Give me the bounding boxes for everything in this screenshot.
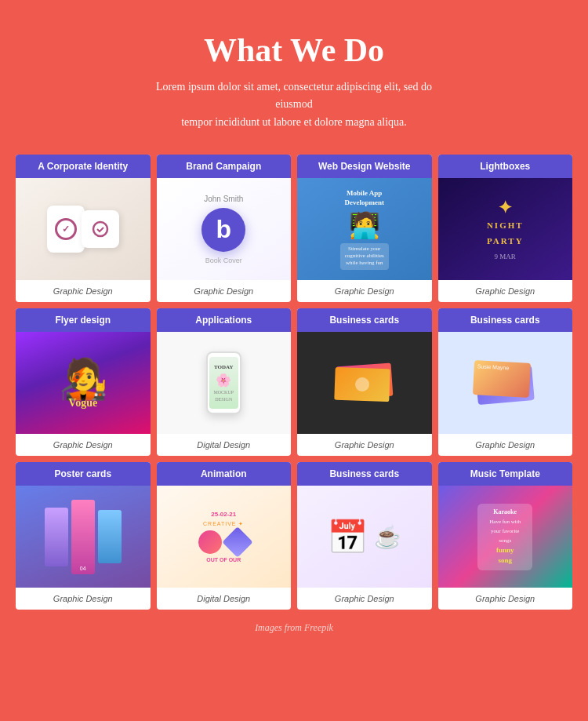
card-image-animation: 25-02-21 CREATIVE ✦ OUT OF OUR [157, 486, 292, 588]
card-webdesign[interactable]: Web Design Website Mobile AppDevelopment… [297, 155, 432, 302]
card-label-lightbox: Graphic Design [438, 280, 573, 302]
card-flyer[interactable]: Flyer design 🧑‍🎤 Vogue Graphic Design [16, 308, 151, 456]
card-label-flyer: Graphic Design [16, 434, 151, 456]
card-bizcard1[interactable]: Business cards JOHN DOE Gra [297, 308, 432, 456]
card-header-music: Music Template [438, 462, 573, 486]
card-image-bizcard1: JOHN DOE [297, 332, 432, 434]
card-brand[interactable]: Brand Campaign John Smith b Book Cover G… [157, 155, 292, 302]
card-corporate[interactable]: A Corporate Identity Graphic Design [16, 155, 151, 302]
card-image-poster: 04 [16, 486, 151, 588]
card-label-music: Graphic Design [438, 588, 573, 610]
svg-point-0 [93, 222, 107, 236]
card-label-poster: Graphic Design [16, 588, 151, 610]
card-header-bizcard3: Business cards [297, 462, 432, 486]
card-label-webdesign: Graphic Design [297, 280, 432, 302]
card-label-brand: Graphic Design [157, 280, 292, 302]
card-poster[interactable]: Poster cards 04 Graphic Design [16, 462, 151, 610]
card-header-apps: Applications [157, 308, 292, 332]
cards-grid: A Corporate Identity Graphic Design [16, 155, 572, 610]
card-image-apps: TODAY 🌸 MOCKUP DESIGN [157, 332, 292, 434]
card-image-flyer: 🧑‍🎤 Vogue [16, 332, 151, 434]
card-header-brand: Brand Campaign [157, 155, 292, 178]
card-image-corporate [16, 178, 151, 280]
card-header-poster: Poster cards [16, 462, 151, 486]
card-apps[interactable]: Applications TODAY 🌸 MOCKUP DESIGN [157, 308, 292, 456]
card-label-bizcard3: Graphic Design [297, 588, 432, 610]
card-header-webdesign: Web Design Website [297, 155, 432, 178]
page-wrapper: What We Do Lorem ipsum dolor sit amet, c… [0, 0, 588, 657]
card-image-webdesign: Mobile AppDevelopment 🧑‍💻 Stimulate your… [297, 178, 432, 280]
card-label-animation: Digital Design [157, 588, 292, 610]
card-header-bizcard1: Business cards [297, 308, 432, 332]
card-image-bizcard3: 📅 ☕ [297, 486, 432, 588]
card-music[interactable]: Music Template Karaoke Have fun withyour… [438, 462, 573, 610]
footer-note: Images from Freepik [16, 622, 572, 634]
card-image-lightbox: ✦ NIGHTPARTY 9 MAR [438, 178, 573, 280]
page-header: What We Do Lorem ipsum dolor sit amet, c… [16, 31, 572, 131]
card-image-bizcard2: Susie Mayne Susie Mayne [438, 332, 573, 434]
card-label-bizcard2: Graphic Design [438, 434, 573, 456]
card-header-flyer: Flyer design [16, 308, 151, 332]
card-animation[interactable]: Animation 25-02-21 CREATIVE ✦ OUT OF OUR… [157, 462, 292, 610]
card-header-animation: Animation [157, 462, 292, 486]
page-subtitle: Lorem ipsum dolor sit amet, consectetur … [145, 78, 443, 131]
page-title: What We Do [16, 31, 572, 69]
card-bizcard3[interactable]: Business cards 📅 ☕ Graphic Design [297, 462, 432, 610]
card-bizcard2[interactable]: Business cards Susie Mayne Susie Mayne G… [438, 308, 573, 456]
card-header-bizcard2: Business cards [438, 308, 573, 332]
card-lightbox[interactable]: Lightboxes ✦ NIGHTPARTY 9 MAR Graphic De… [438, 155, 573, 302]
card-label-corporate: Graphic Design [16, 280, 151, 302]
card-header-lightbox: Lightboxes [438, 155, 573, 178]
card-image-music: Karaoke Have fun withyour favoritesongs … [438, 486, 573, 588]
card-label-apps: Digital Design [157, 434, 292, 456]
card-header-corporate: A Corporate Identity [16, 155, 151, 178]
card-image-brand: John Smith b Book Cover [157, 178, 292, 280]
card-label-bizcard1: Graphic Design [297, 434, 432, 456]
